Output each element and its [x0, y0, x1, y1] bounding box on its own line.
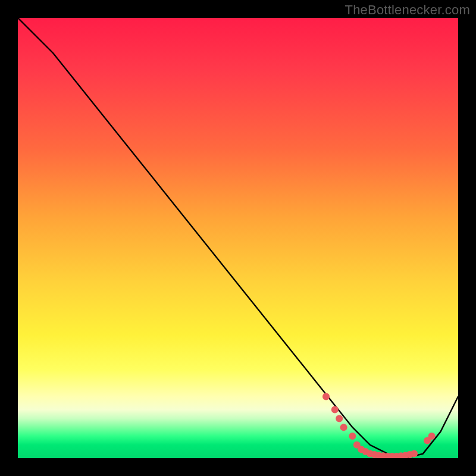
- data-marker: [411, 450, 418, 458]
- bottleneck-curve-path: [18, 18, 458, 458]
- chart-frame: TheBottlenecker.com: [0, 0, 476, 476]
- data-marker: [340, 424, 347, 431]
- watermark-text: TheBottlenecker.com: [345, 2, 470, 18]
- data-marker: [428, 433, 436, 440]
- data-marker: [331, 406, 339, 414]
- curve-layer: [18, 18, 458, 458]
- marker-group: [322, 393, 436, 458]
- data-marker: [336, 415, 343, 422]
- data-marker: [349, 433, 356, 440]
- data-marker: [322, 393, 330, 400]
